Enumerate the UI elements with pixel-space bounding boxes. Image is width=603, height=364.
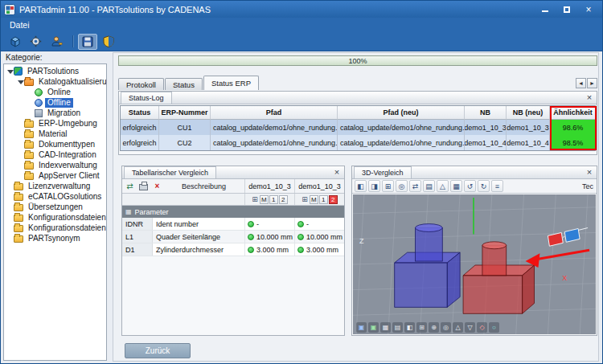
info-teal-icon[interactable]: ○ (489, 322, 499, 333)
shaded-icon[interactable]: ▤ (392, 322, 403, 333)
compare-icon[interactable]: ▦ (450, 180, 462, 192)
pan-icon[interactable]: ⇄ (409, 180, 421, 192)
compare-col1-header[interactable]: demo1_10_3 (244, 179, 294, 193)
expander-icon[interactable] (6, 67, 14, 75)
front-view-icon[interactable]: ◨ (368, 180, 380, 192)
table-row[interactable]: erfolgreich CU1 catalog_update/demo1/ohn… (121, 120, 595, 135)
progress-bar: 100% (118, 55, 597, 66)
compare-col2-header[interactable]: demo1_10_3 (294, 179, 344, 193)
wireframe-icon[interactable]: ▦ (380, 322, 391, 333)
tab-scroll-right-icon[interactable]: ► (587, 78, 597, 88)
mode-button[interactable]: 2 (329, 195, 338, 204)
isometric-view-icon[interactable]: ◧ (355, 180, 367, 192)
section-icon[interactable]: ▤ (423, 180, 435, 192)
tree-item[interactable]: AppServer Client (4, 170, 106, 181)
compare-row[interactable]: IDNR Ident number - - (122, 218, 344, 231)
folder-icon (24, 121, 34, 128)
tree-item[interactable]: Dokumenttypen (4, 139, 106, 149)
tree-item[interactable]: Konfigurationsdateien (V2 (4, 223, 106, 233)
table-compare-tab[interactable]: Tabellarischer Vergleich (124, 166, 216, 178)
maximize-button[interactable] (556, 2, 577, 16)
tree-item-label: eCATALOGsolutions (26, 192, 104, 202)
mode-button[interactable]: M (260, 195, 269, 204)
print-icon[interactable] (137, 180, 150, 192)
zoom-icon[interactable]: ◎ (396, 180, 408, 192)
status-log-panel: Status-Log × StatusERP-NummerPfadPfad (n… (118, 91, 597, 155)
tree-item[interactable]: Katalogaktualisierung (4, 76, 106, 87)
transparency-icon[interactable]: ◧ (404, 322, 415, 333)
save-icon[interactable] (78, 34, 97, 50)
col1-mode-buttons: ⊞ M12 (244, 194, 294, 205)
settings-icon[interactable] (26, 34, 45, 50)
axis-icon[interactable]: ⊕ (429, 322, 439, 333)
transfer-icon[interactable]: ⇄ (124, 180, 136, 192)
compare-rows: IDNR Ident number - - L1 Quader Seitenlä… (122, 218, 344, 256)
folder-icon (14, 183, 23, 190)
up-view-icon[interactable]: △ (453, 322, 463, 333)
expander-icon[interactable] (17, 78, 24, 85)
close-icon[interactable]: × (584, 92, 595, 103)
camera-icon[interactable]: ◎ (441, 322, 451, 333)
mode-button[interactable]: 1 (319, 195, 328, 204)
tree-item[interactable]: Online (4, 87, 106, 97)
tree-item[interactable]: Konfigurationsdateien (4, 212, 106, 223)
tree-item[interactable]: Offline (4, 97, 106, 108)
tree-item[interactable]: Material (4, 129, 106, 139)
parameter-section-row[interactable]: ▦ Parameter (122, 206, 344, 218)
tree-item[interactable]: CAD-Integration (4, 149, 106, 160)
cell-status: erfolgreich (121, 120, 159, 135)
value-col2: 10.000 mm (306, 233, 343, 241)
cell-erp-nummer: CU2 (159, 135, 211, 150)
tree-item[interactable]: PARTsynonym (4, 233, 106, 243)
cube-blue-icon[interactable]: ▣ (356, 322, 367, 333)
back-button[interactable]: Zurück (125, 343, 191, 358)
tab[interactable]: Status ERP (203, 76, 259, 90)
tree-item[interactable]: Migration (4, 108, 106, 118)
3d-viewport[interactable]: Z X ▣▣▦▤◧⊞⊕◎△▽◇○ (353, 194, 596, 334)
tree-item[interactable]: eCATALOGsolutions (4, 191, 106, 202)
view3d-tab[interactable]: 3D-Vergleich (354, 166, 412, 178)
fit-view-icon[interactable]: ⊞ (382, 180, 394, 192)
close-icon[interactable]: × (584, 167, 595, 178)
minimize-button[interactable] (535, 2, 556, 16)
window-controls: × (535, 2, 599, 16)
tab-scroll-left-icon[interactable]: ◄ (576, 78, 586, 88)
database-icon[interactable] (5, 34, 24, 50)
grid-icon[interactable]: ⊞ (416, 322, 427, 333)
content-area: Kategorie: PARTsolutions Katalogaktualis… (1, 51, 602, 363)
mode-button[interactable]: 1 (269, 195, 278, 204)
tab[interactable]: Protokoll (118, 78, 164, 90)
folder-open-icon (24, 79, 34, 86)
column-header: NB (neu) (507, 106, 550, 120)
tab[interactable]: Status (165, 78, 203, 90)
measure-icon[interactable]: △ (437, 180, 449, 192)
folder-icon (24, 131, 34, 138)
cube-green-icon[interactable]: ▣ (368, 322, 379, 333)
close-icon[interactable]: × (331, 167, 343, 178)
title-bar[interactable]: PARTadmin 11.00 - PARTsolutions by CADEN… (1, 1, 602, 18)
mode-button[interactable]: 2 (279, 195, 288, 204)
settings-icon[interactable]: ≡ (491, 180, 503, 192)
menu-datei[interactable]: Datei (4, 19, 35, 31)
redo-icon[interactable]: ↻ (478, 180, 490, 192)
down-view-icon[interactable]: ▽ (465, 322, 475, 333)
table-compare-header: Tabellarischer Vergleich × (122, 166, 344, 179)
tree-item[interactable]: Lizenzverwaltung (4, 181, 106, 191)
table-row[interactable]: erfolgreich CU2 catalog_update/demo1/ohn… (121, 135, 595, 150)
param-description: Quader Seitenlänge (153, 231, 244, 243)
tree-item[interactable]: Übersetzungen (4, 202, 106, 212)
mode-button[interactable]: M (310, 195, 318, 204)
compare-row[interactable]: D1 Zylinderdurchmesser 3.000 mm 3.000 mm (122, 243, 344, 256)
tree-item[interactable]: PARTsolutions (4, 66, 106, 76)
tree-item[interactable]: ERP-Umgebung (4, 118, 106, 129)
tree-item[interactable]: Indexverwaltung (4, 160, 106, 170)
status-log-tab[interactable]: Status-Log (121, 92, 172, 104)
undo-icon[interactable]: ↺ (464, 180, 476, 192)
user-admin-icon[interactable] (47, 34, 66, 50)
delete-icon[interactable]: × (151, 180, 163, 192)
close-button[interactable]: × (578, 2, 599, 16)
compare-row[interactable]: L1 Quader Seitenlänge 10.000 mm 10.000 m… (122, 231, 344, 243)
diff-red-icon[interactable]: ◇ (477, 322, 487, 333)
folder-icon (24, 152, 34, 159)
security-shield-icon[interactable] (99, 34, 118, 50)
